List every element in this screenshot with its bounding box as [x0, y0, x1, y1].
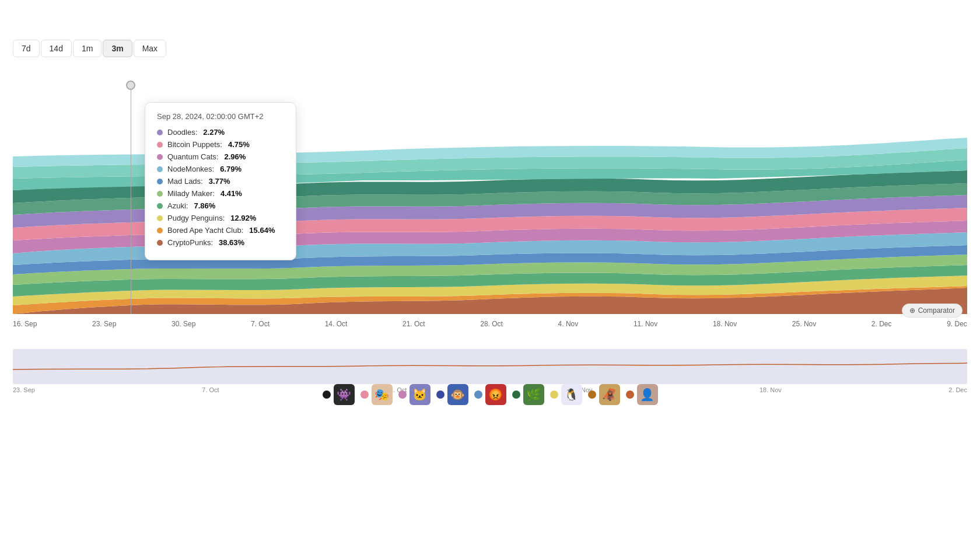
btn-7d[interactable]: 7d	[13, 40, 40, 57]
btn-max[interactable]: Max	[134, 40, 166, 57]
legend-item-nodemonkes[interactable]: 🐵	[436, 384, 468, 405]
tooltip-label-bayc: Bored Ape Yacht Club:	[167, 226, 243, 235]
page-container: 7d 14d 1m 3m Max	[0, 0, 980, 551]
tooltip-row-cryptopunks: CryptoPunks: 38.63%	[157, 238, 284, 247]
legend-item-quantum-cats[interactable]: 🐱	[398, 384, 430, 405]
tooltip-label-doodles: Doodles:	[167, 128, 197, 137]
legend-dot-pudgy	[550, 390, 558, 399]
svg-rect-2	[13, 349, 967, 384]
tooltip-dot-mad-lads	[157, 179, 163, 184]
tooltip-dot-azuki	[157, 203, 163, 209]
legend-img-mad-lads: 😡	[485, 384, 506, 405]
tooltip-row-milady: Milady Maker: 4.41%	[157, 189, 284, 198]
tooltip-row-bitcoin-puppets: Bitcoin Puppets: 4.75%	[157, 140, 284, 149]
tooltip-dot-doodles	[157, 130, 163, 135]
legend-dot-cryptopunks	[323, 390, 331, 399]
tooltip-row-quantum-cats: Quantum Cats: 2.96%	[157, 152, 284, 161]
legend-img-azuki: 🌿	[523, 384, 544, 405]
btn-3m[interactable]: 3m	[103, 40, 132, 57]
x-label-6: 28. Oct	[480, 320, 503, 328]
mini-navigator[interactable]	[13, 349, 967, 384]
tooltip-label-bitcoin-puppets: Bitcoin Puppets:	[167, 140, 222, 149]
legend-item-cryptopunks[interactable]: 👾	[323, 384, 355, 405]
tooltip-dot-bitcoin-puppets	[157, 142, 163, 148]
tooltip-row-bayc: Bored Ape Yacht Club: 15.64%	[157, 226, 284, 235]
legend-img-bayc: 🦧	[599, 384, 620, 405]
tooltip-row-pudgy: Pudgy Penguins: 12.92%	[157, 214, 284, 222]
tooltip-value-nodemonkes: 6.79%	[220, 165, 242, 173]
legend-dot-bayc	[588, 390, 596, 399]
legend-dot-mad-lads	[474, 390, 482, 399]
tooltip-label-mad-lads: Mad Lads:	[167, 177, 203, 186]
legend-dot-bitcoin-puppets	[360, 390, 369, 399]
x-label-3: 7. Oct	[251, 320, 270, 328]
x-label-8: 11. Nov	[634, 320, 657, 328]
legend-img-extra: 👤	[637, 384, 658, 405]
legend-row: 👾 🎭 🐱 🐵 😡 🌿 🐧	[0, 384, 980, 405]
legend-item-bitcoin-puppets[interactable]: 🎭	[360, 384, 393, 405]
tooltip-value-doodles: 2.27%	[203, 128, 225, 137]
tooltip-dot-pudgy	[157, 215, 163, 221]
x-label-5: 21. Oct	[402, 320, 425, 328]
legend-dot-nodemonkes	[436, 390, 444, 399]
legend-img-bitcoin-puppets: 🎭	[372, 384, 393, 405]
tooltip-label-quantum-cats: Quantum Cats:	[167, 152, 218, 161]
legend-dot-extra	[626, 390, 634, 399]
tooltip-label-nodemonkes: NodeMonkes:	[167, 165, 214, 173]
x-label-1: 23. Sep	[92, 320, 116, 328]
tooltip-value-bayc: 15.64%	[249, 226, 275, 235]
legend-item-bayc[interactable]: 🦧	[588, 384, 620, 405]
x-label-12: 9. Dec	[947, 320, 967, 328]
legend-dot-quantum-cats	[398, 390, 407, 399]
legend-item-pudgy[interactable]: 🐧	[550, 384, 582, 405]
tooltip-dot-milady	[157, 191, 163, 197]
comparator-button[interactable]: ⊕ Comparator	[902, 304, 963, 318]
tooltip-value-quantum-cats: 2.96%	[224, 152, 246, 161]
tooltip-label-cryptopunks: CryptoPunks:	[167, 238, 213, 247]
tooltip: Sep 28, 2024, 02:00:00 GMT+2 Doodles: 2.…	[145, 102, 296, 260]
x-label-0: 16. Sep	[13, 320, 37, 328]
tooltip-dot-bayc	[157, 228, 163, 233]
x-label-2: 30. Sep	[172, 320, 195, 328]
x-label-9: 18. Nov	[713, 320, 737, 328]
tooltip-dot-quantum-cats	[157, 154, 163, 160]
tooltip-dot-nodemonkes	[157, 166, 163, 172]
tooltip-value-azuki: 7.86%	[194, 201, 215, 210]
legend-img-cryptopunks: 👾	[334, 384, 355, 405]
tooltip-label-pudgy: Pudgy Penguins:	[167, 214, 225, 222]
tooltip-row-mad-lads: Mad Lads: 3.77%	[157, 177, 284, 186]
x-label-7: 4. Nov	[558, 320, 579, 328]
tooltip-row-doodles: Doodles: 2.27%	[157, 128, 284, 137]
tooltip-value-milady: 4.41%	[220, 189, 242, 198]
legend-img-quantum-cats: 🐱	[410, 384, 430, 405]
btn-1m[interactable]: 1m	[73, 40, 102, 57]
legend-item-extra[interactable]: 👤	[626, 384, 658, 405]
legend-item-mad-lads[interactable]: 😡	[474, 384, 506, 405]
tooltip-value-bitcoin-puppets: 4.75%	[228, 140, 250, 149]
legend-item-azuki[interactable]: 🌿	[512, 384, 544, 405]
x-axis-labels: 16. Sep 23. Sep 30. Sep 7. Oct 14. Oct 2…	[13, 320, 967, 328]
cursor-dot-top	[126, 81, 135, 90]
tooltip-dot-cryptopunks	[157, 240, 163, 246]
legend-img-pudgy: 🐧	[561, 384, 582, 405]
tooltip-row-nodemonkes: NodeMonkes: 6.79%	[157, 165, 284, 173]
x-label-4: 14. Oct	[325, 320, 348, 328]
tooltip-label-milady: Milady Maker:	[167, 189, 215, 198]
comparator-label: Comparator	[918, 306, 955, 315]
time-range-bar: 7d 14d 1m 3m Max	[13, 40, 166, 57]
x-label-11: 2. Dec	[872, 320, 892, 328]
legend-img-nodemonkes: 🐵	[447, 384, 468, 405]
legend-dot-azuki	[512, 390, 520, 399]
tooltip-time: Sep 28, 2024, 02:00:00 GMT+2	[157, 112, 284, 121]
tooltip-value-mad-lads: 3.77%	[209, 177, 230, 186]
tooltip-row-azuki: Azuki: 7.86%	[157, 201, 284, 210]
comparator-icon: ⊕	[909, 306, 915, 315]
tooltip-value-pudgy: 12.92%	[230, 214, 256, 222]
btn-14d[interactable]: 14d	[41, 40, 72, 57]
tooltip-value-cryptopunks: 38.63%	[219, 238, 244, 247]
tooltip-label-azuki: Azuki:	[167, 201, 188, 210]
x-label-10: 25. Nov	[792, 320, 816, 328]
